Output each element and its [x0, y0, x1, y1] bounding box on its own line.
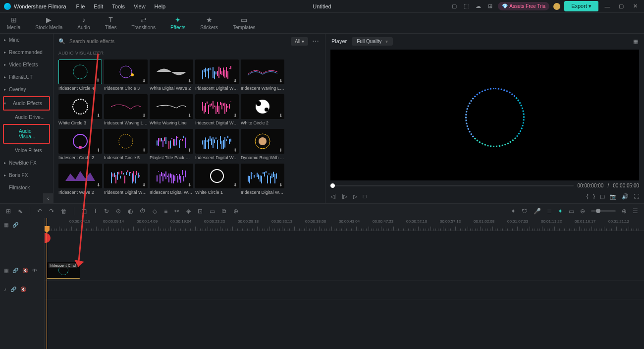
effect-item[interactable]: ⬇Iridescent Digital Wav... — [195, 59, 239, 92]
scrub-track[interactable] — [330, 185, 574, 186]
effect-item[interactable]: ⬇Iridescent Wave 2 — [58, 164, 102, 196]
crop-icon[interactable]: ◫ — [81, 208, 87, 215]
effect-item[interactable]: ⬇White Waving Line — [150, 94, 193, 127]
effect-item[interactable]: ⬇White Circle 1 — [195, 164, 239, 196]
menu-help[interactable]: Help — [155, 3, 166, 9]
download-icon[interactable]: ⬇ — [97, 148, 101, 153]
download-icon[interactable]: ⬇ — [142, 113, 146, 118]
timer-icon[interactable]: ⏱ — [140, 208, 146, 215]
tt-icon-a[interactable]: ◈ — [186, 208, 191, 215]
sidebar-collapse-button[interactable]: ‹ — [43, 193, 53, 203]
filter-dropdown[interactable]: All ▾ — [291, 37, 308, 46]
assets-badge[interactable]: 💎 Assets Free Tria — [498, 2, 549, 10]
save-icon[interactable]: ⬚ — [462, 2, 470, 10]
scrub-handle[interactable] — [330, 183, 335, 188]
download-icon[interactable]: ⬇ — [142, 148, 146, 153]
export-button[interactable]: Export ▾ — [564, 1, 598, 11]
tt-r1-icon[interactable]: ✦ — [511, 208, 516, 215]
sidebar-item[interactable]: Mine — [0, 34, 53, 46]
cloud-icon[interactable]: ☁ — [474, 2, 482, 10]
more-options-button[interactable]: ⋯ — [312, 37, 320, 45]
tt-r5-icon[interactable]: ▭ — [569, 208, 574, 215]
tt-cursor-icon[interactable]: ⬉ — [18, 208, 23, 215]
th-link2-icon[interactable]: 🔗 — [10, 287, 16, 292]
effect-item[interactable]: ⬇Iridescent Digital Wav... — [104, 164, 148, 196]
display-button[interactable]: ▢ — [600, 193, 605, 200]
tt-grid-icon[interactable]: ⊞ — [6, 208, 11, 215]
effect-item[interactable]: ⬇Iridescent Digital Wav... — [195, 94, 239, 127]
snapshot-icon[interactable]: ▦ — [633, 38, 638, 45]
tt-icon-d[interactable]: ⧉ — [222, 208, 226, 215]
th-eye-icon[interactable]: 👁 — [32, 268, 37, 273]
effect-item[interactable]: ⬇Dynamic Ring With Ai ... — [241, 129, 284, 162]
effect-item[interactable]: ⬇Iridescent Waving Line... — [241, 59, 284, 92]
th-mute2-icon[interactable]: 🔇 — [20, 287, 26, 292]
sidebar-item[interactable]: Audio Visua... — [4, 125, 49, 143]
tool-tab-titles[interactable]: TTitles — [105, 16, 117, 30]
sidebar-item[interactable]: Filter&LUT — [0, 71, 53, 83]
effect-item[interactable]: ⬇White Circle 3 — [58, 94, 102, 127]
effect-item[interactable]: ⬇Iridescent Digital Wav... — [241, 164, 284, 196]
download-icon[interactable]: ⬇ — [233, 78, 237, 83]
effect-item[interactable]: ⬇White Digital Wave 2 — [150, 59, 193, 92]
layout-icon[interactable]: ▢ — [450, 2, 458, 10]
stop-button[interactable]: □ — [363, 193, 367, 200]
zoom-out-button[interactable]: ⊖ — [580, 208, 585, 215]
tool-tab-effects[interactable]: ✦Effects — [170, 16, 185, 30]
download-icon[interactable]: ⬇ — [188, 182, 192, 187]
effect-item[interactable]: ⬇Iridescent Circle 2 — [58, 129, 102, 162]
player-canvas[interactable] — [330, 50, 639, 180]
camera-icon[interactable]: 📷 — [610, 193, 617, 200]
tt-list-icon[interactable]: ☰ — [633, 208, 638, 215]
download-icon[interactable]: ⬇ — [233, 182, 237, 187]
effect-item[interactable]: ⬇Iridescent Digital Wav... — [150, 164, 193, 196]
sidebar-item[interactable]: Audio Effects — [4, 97, 49, 110]
keyframe-icon[interactable]: ◇ — [153, 208, 157, 215]
tt-icon-e[interactable]: ⊕ — [233, 208, 238, 215]
effect-item[interactable]: ⬇Iridescent Waving Line... — [104, 94, 148, 127]
marker-in-button[interactable]: { — [587, 193, 589, 200]
tool-tab-templates[interactable]: ▭Templates — [233, 16, 256, 30]
sidebar-item[interactable]: Voice Filters — [0, 144, 53, 157]
effect-item[interactable]: ⬇Iridescent Circle 3 — [104, 59, 148, 92]
download-icon[interactable]: ⬇ — [96, 78, 100, 83]
undo-button[interactable]: ↶ — [37, 208, 42, 215]
sidebar-item[interactable]: Filmstock — [0, 181, 53, 194]
menu-tools[interactable]: Tools — [112, 3, 125, 9]
effect-item[interactable]: ⬇Iridescent Circle 4 — [58, 59, 102, 92]
zoom-slider[interactable] — [591, 210, 616, 212]
download-icon[interactable]: ⬇ — [233, 148, 237, 153]
tool-tab-transitions[interactable]: ⇄Transitions — [131, 16, 156, 30]
tt-r2-icon[interactable]: 🛡 — [522, 208, 528, 215]
sidebar-item[interactable]: Boris FX — [0, 169, 53, 181]
timeline-ruler[interactable]: 00:00:04:1900:00:09:1400:00:14:0900:00:1… — [45, 218, 644, 231]
fullscreen-icon[interactable]: ⛶ — [634, 193, 639, 200]
tt-icon-b[interactable]: ⊡ — [198, 208, 203, 215]
effect-item[interactable]: ⬇Iridescent Circle 5 — [104, 129, 148, 162]
next-frame-button[interactable]: |▷ — [342, 193, 347, 200]
adjust-icon[interactable]: ≡ — [164, 208, 167, 215]
minimize-button[interactable]: — — [602, 3, 612, 9]
prev-frame-button[interactable]: ◁| — [330, 193, 336, 200]
tool-tab-audio[interactable]: ♪Audio — [77, 16, 90, 30]
grid-icon[interactable]: ⊞ — [486, 2, 494, 10]
th-mute-icon[interactable]: 🔇 — [22, 268, 28, 273]
menu-file[interactable]: File — [76, 3, 85, 9]
tt-r3-icon[interactable]: ≣ — [547, 208, 552, 215]
search-input[interactable] — [69, 39, 176, 44]
tracks-area[interactable]: 00:00:04:1900:00:09:1400:00:14:0900:00:1… — [45, 218, 644, 349]
redo-button[interactable]: ↷ — [49, 208, 54, 215]
sidebar-item[interactable]: NewBlue FX — [0, 157, 53, 169]
download-icon[interactable]: ⬇ — [233, 113, 237, 118]
zoom-handle[interactable] — [596, 209, 600, 213]
th-link-icon[interactable]: 🔗 — [12, 268, 18, 273]
speed-icon[interactable]: ⊘ — [116, 208, 121, 215]
download-icon[interactable]: ⬇ — [188, 78, 192, 83]
text-icon[interactable]: T — [94, 208, 97, 215]
split-icon[interactable]: ✂ — [174, 208, 179, 215]
download-icon[interactable]: ⬇ — [279, 148, 283, 153]
download-icon[interactable]: ⬇ — [279, 113, 283, 118]
th-b-icon[interactable]: 🔗 — [12, 222, 18, 228]
playhead-handle[interactable] — [45, 226, 50, 233]
tt-mic-icon[interactable]: 🎤 — [534, 208, 541, 215]
